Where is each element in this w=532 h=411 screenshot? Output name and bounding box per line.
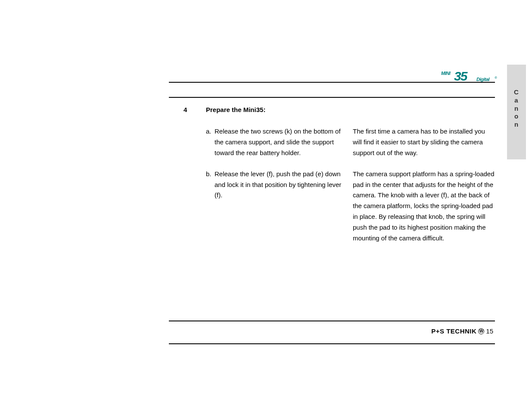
footer-rule-bottom <box>169 343 495 344</box>
tab-letter: a <box>507 97 526 105</box>
brand-mid: S TECHNIK <box>440 327 476 335</box>
instruction-item: b. Release the lever (f), push the pad (… <box>206 169 345 201</box>
document-page: C a n o n MINI 35 Digital ® 4 Prepare th… <box>0 0 532 411</box>
tab-letter: C <box>507 88 526 97</box>
item-text: Release the two screws (k) on the bottom… <box>215 126 345 159</box>
product-logo: MINI 35 Digital ® <box>439 70 500 85</box>
item-letter: b. <box>206 169 215 201</box>
instruction-item: a. Release the two screws (k) on the bot… <box>206 126 345 159</box>
page-footer: P+S TECHNIK W 15 <box>169 327 495 335</box>
brand-plus: + <box>436 327 440 335</box>
content-body: 4 Prepare the Mini35: a. Release the two… <box>169 106 495 254</box>
step-number: 4 <box>169 106 206 254</box>
tab-letter: n <box>507 121 526 129</box>
instructions-column: a. Release the two screws (k) on the bot… <box>206 126 345 254</box>
item-text: Release the lever (f), push the pad (e) … <box>215 169 345 201</box>
brand-prefix: P <box>431 327 436 335</box>
logo-number: 35 <box>454 69 467 84</box>
logo-registered-mark: ® <box>495 76 497 80</box>
two-column-layout: a. Release the two screws (k) on the bot… <box>206 126 495 254</box>
footer-rule-top <box>169 321 495 321</box>
header-rule-bottom <box>169 97 495 98</box>
logo-digital-text: Digital <box>476 77 489 82</box>
notes-column: The first time a camera has to be instal… <box>353 126 495 254</box>
item-letter: a. <box>206 126 215 159</box>
tab-letter: n <box>507 105 526 113</box>
note-paragraph: The camera support platform has a spring… <box>353 169 495 244</box>
page-number: 15 <box>486 327 493 335</box>
logo-mini-text: MINI <box>441 71 450 76</box>
step-row: 4 Prepare the Mini35: a. Release the two… <box>169 106 495 254</box>
note-paragraph: The first time a camera has to be instal… <box>353 126 495 159</box>
section-tab-canon: C a n o n <box>507 65 526 159</box>
step-title: Prepare the Mini35: <box>206 106 495 113</box>
step-body: Prepare the Mini35: a. Release the two s… <box>206 106 495 254</box>
footer-brand: P+S TECHNIK <box>431 327 476 335</box>
tab-letter: o <box>507 112 526 121</box>
header-rule-top <box>169 82 495 83</box>
brand-circled-mark: W <box>478 328 484 334</box>
